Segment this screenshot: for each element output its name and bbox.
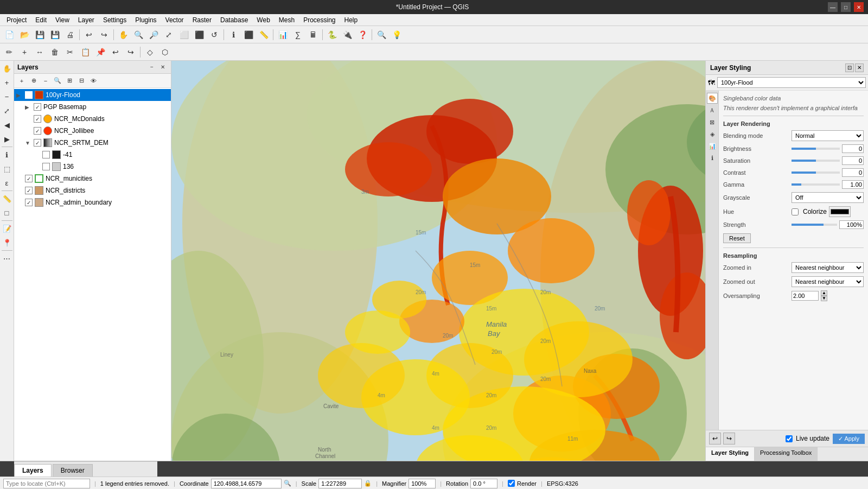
expand-pgp[interactable]: ▶ [25,104,31,110]
pan-map-button[interactable]: ✋ [1,62,14,75]
measure-button[interactable]: 📏 [257,28,271,42]
brightness-value[interactable] [842,144,864,153]
contrast-value[interactable] [842,168,864,177]
attribute-table-button[interactable]: 📊 [276,28,290,42]
manage-map-themes[interactable]: 👁 [88,75,99,86]
menu-settings[interactable]: Settings [99,15,131,25]
layer-item-136[interactable]: 136 [14,161,171,173]
layer-item-districts[interactable]: NCR_districts [14,185,171,196]
saturation-value[interactable] [842,156,864,165]
zoom-in-lt-button[interactable]: + [1,76,14,89]
layer-checkbox-dist[interactable] [25,187,33,194]
help-button[interactable]: ❓ [355,28,369,42]
tab-processing-toolbox[interactable]: Processing Toolbox [755,447,818,461]
style-symbology-icon[interactable]: 🎨 [707,93,718,104]
redo-button[interactable]: ↪ [97,28,111,42]
select-button[interactable]: ⬛ [241,28,256,42]
select-by-expression-button[interactable]: ε [1,176,14,189]
layer-dropdown[interactable]: 100yr-Flood [717,77,866,88]
map-area[interactable]: Manila Bay RIZAL 3m 15m 15m 20m 15m 20m … [171,61,705,461]
expand-admin[interactable] [16,200,23,206]
saturation-slider[interactable] [792,160,840,162]
redo-edit-button[interactable]: ↪ [124,45,138,59]
layer-checkbox-jol[interactable] [34,127,41,135]
measure-lt-button[interactable]: 📏 [1,192,14,205]
edit-button[interactable]: ✏ [2,45,16,59]
layer-checkbox-admin[interactable] [25,199,33,206]
zoom-selection-button[interactable]: ⬛ [192,28,206,42]
tab-browser[interactable]: Browser [53,464,93,477]
locate-input[interactable] [3,479,90,488]
style-info-icon[interactable]: ℹ [707,153,718,163]
magnifier-input[interactable] [409,479,436,488]
render-checkbox[interactable] [508,480,515,487]
layer-item-jollibee[interactable]: NCR_Jollibee [14,125,171,137]
apply-button[interactable]: ✓ Apply [833,434,865,444]
save-project-button[interactable]: 💾 [33,28,47,42]
maximize-button[interactable]: □ [841,2,851,12]
reset-button[interactable]: Reset [723,233,751,243]
zoomed-out-select[interactable]: Nearest neighbour Bilinear Cubic [792,276,864,287]
save-as-button[interactable]: 💾 [48,28,62,42]
expand-jol[interactable] [25,128,31,134]
menu-project[interactable]: Project [2,15,31,25]
statistics-button[interactable]: ∑ [291,28,305,42]
new-project-button[interactable]: 📄 [2,28,16,42]
zoom-full-button[interactable]: ⤢ [162,28,176,42]
layer-checkbox-pgp[interactable] [34,103,41,111]
layer-item-100yr-flood[interactable]: ▶ 100yr-Flood [14,89,171,101]
style-mask-icon[interactable]: ⊠ [707,117,718,128]
zoom-next-button[interactable]: ▶ [1,132,14,145]
coordinate-input[interactable] [211,479,282,488]
gamma-value[interactable] [842,180,864,189]
close-button[interactable]: ✕ [854,2,864,12]
copy-button[interactable]: 📋 [78,45,92,59]
expand-mun[interactable] [16,176,23,182]
annotation-button[interactable]: 📝 [1,222,14,235]
identify-lt-button[interactable]: ℹ [1,148,14,161]
undo-button[interactable]: ↩ [82,28,96,42]
layers-collapse-button[interactable]: − [147,62,157,72]
gamma-slider[interactable] [792,183,840,186]
menu-database[interactable]: Database [216,15,252,25]
python-button[interactable]: 🐍 [325,28,339,42]
layer-item-municities[interactable]: NCR_municities [14,173,171,185]
layer-checkbox-minus41[interactable] [42,151,50,158]
remove-layer-button[interactable]: − [40,75,51,86]
menu-plugins[interactable]: Plugins [131,15,161,25]
menu-layer[interactable]: Layer [74,15,99,25]
refresh-button[interactable]: ↺ [207,28,221,42]
expand-mcd[interactable] [25,116,31,122]
blending-mode-select[interactable]: Normal [792,130,864,141]
menu-help[interactable]: Help [340,15,362,25]
styling-close-button[interactable]: ✕ [855,63,864,72]
layer-checkbox-mun[interactable] [25,175,33,182]
zoom-out-lt-button[interactable]: − [1,90,14,103]
rotation-input[interactable] [470,479,497,488]
expand-all-button[interactable]: ⊞ [64,75,75,86]
undo-edit-button[interactable]: ↩ [108,45,123,59]
tips-button[interactable]: 💡 [390,28,404,42]
colorize-checkbox[interactable] [792,208,799,215]
layer-item-pgp-basemap[interactable]: ▶ PGP Basemap [14,101,171,113]
colorize-color-picker[interactable] [829,206,851,217]
oversampling-up[interactable]: ▲ [821,290,827,296]
identify-button[interactable]: ℹ [226,28,240,42]
styling-float-button[interactable]: ⊡ [845,63,854,72]
zoom-out-button[interactable]: 🔎 [146,28,161,42]
node-tool-button[interactable]: ◇ [143,45,157,59]
cut-button[interactable]: ✂ [63,45,77,59]
add-layer-button[interactable]: ⊕ [28,75,39,86]
open-project-button[interactable]: 📂 [17,28,31,42]
style-3d-icon[interactable]: ◈ [707,129,718,139]
layer-item-admin[interactable]: NCR_admin_boundary [14,196,171,208]
contrast-slider[interactable] [792,172,840,174]
brightness-slider[interactable] [792,148,840,150]
menu-processing[interactable]: Processing [299,15,340,25]
menu-view[interactable]: View [51,15,74,25]
menu-edit[interactable]: Edit [31,15,51,25]
tab-layer-styling[interactable]: Layer Styling [706,447,755,461]
layer-checkbox-mcd[interactable] [34,115,41,123]
zoom-prev-button[interactable]: ◀ [1,118,14,131]
style-history-back[interactable]: ↩ [709,433,721,444]
